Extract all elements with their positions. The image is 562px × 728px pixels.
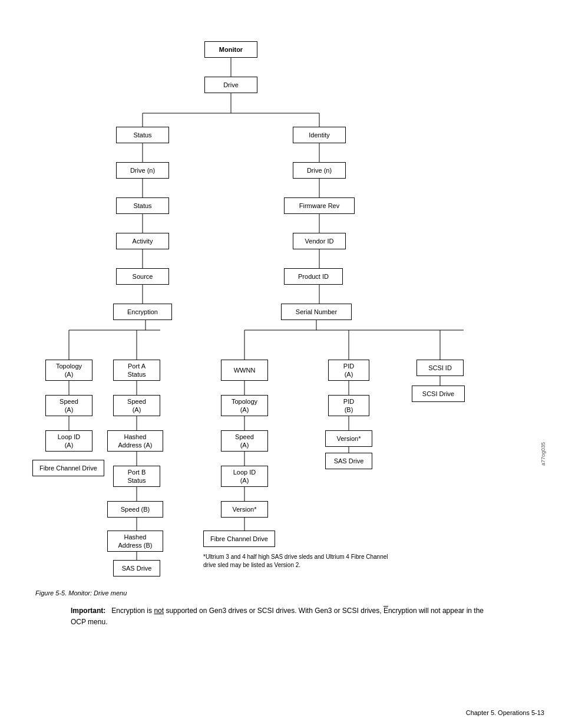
node-topology-a2: Topology (A) (221, 395, 268, 416)
node-port-a-status: Port A Status (113, 360, 160, 381)
node-speed-a-port: Speed (A) (113, 395, 160, 416)
node-fibre-channel-drive-right: Fibre Channel Drive (203, 531, 275, 547)
node-drive-n-right: Drive (n) (293, 162, 346, 179)
node-vendor-id: Vendor ID (293, 233, 346, 249)
node-version-star-2: Version* (221, 501, 268, 518)
node-speed-a-wwnn: Speed (A) (221, 430, 268, 452)
node-speed-b: Speed (B) (107, 501, 163, 518)
node-status-2: Status (116, 197, 169, 214)
node-sas-drive-left: SAS Drive (113, 560, 160, 577)
node-firmware-rev: Firmware Rev (284, 197, 355, 214)
node-hashed-address-b: Hashed Address (B) (107, 531, 163, 552)
node-encryption: Encryption (113, 304, 172, 320)
node-version-star-1: Version* (325, 430, 372, 447)
node-speed-a-left: Speed (A) (45, 395, 92, 416)
node-pid-b: PID (B) (328, 395, 369, 416)
node-pid-a: PID (A) (328, 360, 369, 381)
important-section: Important: Encryption is not supported o… (71, 605, 491, 628)
node-scsi-id: SCSI ID (416, 360, 464, 376)
node-product-id: Product ID (284, 268, 343, 285)
node-scsi-drive: SCSI Drive (412, 386, 465, 402)
watermark: a77og035 (540, 377, 546, 466)
node-loop-id-a-wwnn: Loop ID (A) (221, 466, 268, 487)
node-hashed-address-a: Hashed Address (A) (107, 430, 163, 452)
node-fibre-channel-drive-left: Fibre Channel Drive (32, 460, 104, 476)
node-activity: Activity (116, 233, 169, 249)
node-source: Source (116, 268, 169, 285)
node-loop-id-a-left: Loop ID (A) (45, 430, 92, 452)
page-footer: Chapter 5. Operations 5-13 (466, 709, 544, 716)
footnote: *Ultrium 3 and 4 half high SAS drive sle… (203, 553, 392, 569)
node-identity-top: Identity (293, 127, 346, 143)
node-serial-number: Serial Number (281, 304, 352, 320)
node-monitor: Monitor (204, 41, 257, 58)
node-drive-root: Drive (204, 77, 257, 93)
node-drive-n-left: Drive (n) (116, 162, 169, 179)
figure-caption: Figure 5-5. Monitor: Drive menu (35, 589, 550, 597)
node-wwnn: WWNN (221, 360, 268, 381)
important-label: Important: (71, 607, 105, 615)
page: Monitor Drive Status Identity Drive (n) … (0, 0, 562, 728)
diagram: Monitor Drive Status Identity Drive (n) … (16, 24, 546, 584)
node-status-top: Status (116, 127, 169, 143)
node-port-b-status: Port B Status (113, 466, 160, 487)
node-sas-drive-right: SAS Drive (325, 453, 372, 469)
node-topology-a: Topology (A) (45, 360, 92, 381)
important-text: Encryption is not supported on Gen3 driv… (71, 607, 484, 626)
